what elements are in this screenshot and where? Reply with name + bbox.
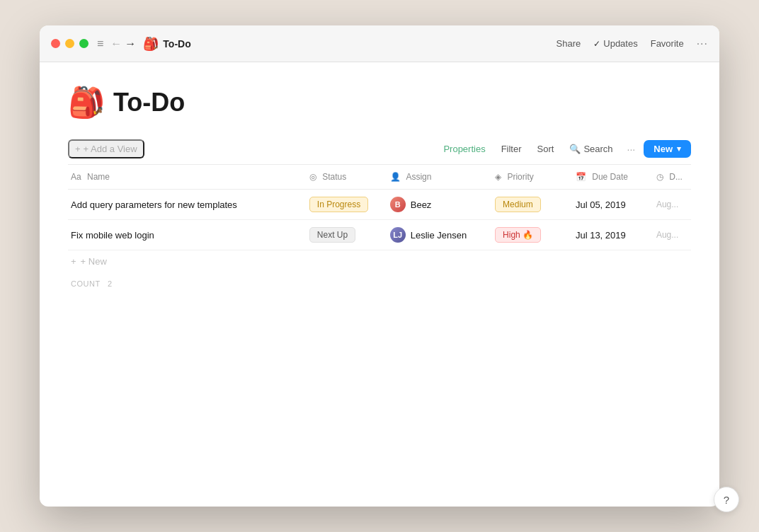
cell-due-date-1: Jul 05, 2019 [567,190,648,220]
row-count: COUNT 2 [68,272,691,288]
titlebar-actions: Share ✓ Updates Favorite ··· [557,37,708,50]
priority-badge-high: High 🔥 [495,227,541,243]
properties-button[interactable]: Properties [438,141,491,157]
cell-assign-1[interactable]: B Beez [382,190,486,220]
count-label: COUNT [71,279,100,288]
status-col-icon: ◎ [309,172,316,182]
search-label: Search [583,144,612,154]
col-name-label: Name [87,172,110,182]
name-col-icon: Aa [71,172,81,182]
avatar: B [390,197,406,212]
cell-d-2: Aug... [648,220,691,250]
count-value: 2 [108,279,113,288]
avatar: LJ [390,227,406,243]
filter-button[interactable]: Filter [496,141,527,157]
titlebar: ≡ ← → 🎒 To-Do Share ✓ Updates Favorite ·… [40,25,719,62]
status-badge-nextup: Next Up [309,227,355,243]
status-badge-inprogress: In Progress [309,197,368,212]
cell-due-date-2: Jul 13, 2019 [567,220,648,250]
col-priority[interactable]: ◈ Priority [486,165,567,190]
titlebar-title: To-Do [163,38,556,50]
share-button[interactable]: Share [557,38,581,49]
question-mark-icon: ? [724,494,729,506]
col-status-label: Status [322,172,346,182]
cell-name-1[interactable]: Add query parameters for new templates [68,190,301,220]
data-table: Aa Name ◎ Status 👤 Assign ◈ [68,165,691,288]
cell-assign-2[interactable]: LJ Leslie Jensen [382,220,486,250]
app-window: ≡ ← → 🎒 To-Do Share ✓ Updates Favorite ·… [40,25,719,507]
priority-col-icon: ◈ [495,172,501,182]
col-d-label: D... [669,172,683,182]
sort-button[interactable]: Sort [532,141,560,157]
priority-badge-medium: Medium [495,197,541,212]
minimize-button[interactable] [65,39,74,48]
plus-icon: + [75,144,81,154]
nav-arrows: ← → [110,37,136,50]
search-icon: 🔍 [569,144,581,154]
d-col-icon: ◷ [656,172,663,182]
fullscreen-button[interactable] [79,39,89,48]
col-priority-label: Priority [507,172,533,182]
assignee-name: Leslie Jensen [411,230,467,241]
sidebar-toggle-icon[interactable]: ≡ [97,37,103,50]
cell-priority-2[interactable]: High 🔥 [486,220,567,250]
cell-status-2[interactable]: Next Up [301,220,382,250]
table-header-row: Aa Name ◎ Status 👤 Assign ◈ [68,165,691,190]
cell-status-1[interactable]: In Progress [301,190,382,220]
add-row-button[interactable]: + + New [68,250,691,272]
updates-label: Updates [603,38,637,49]
plus-icon: + [71,256,76,267]
page-emoji: 🎒 [68,85,105,120]
col-name[interactable]: Aa Name [68,165,301,190]
back-arrow-icon[interactable]: ← [110,37,122,50]
col-assign-label: Assign [406,172,431,182]
toolbar-right: Properties Filter Sort 🔍 Search ··· New … [438,140,691,158]
updates-button[interactable]: ✓ Updates [593,38,637,49]
col-due-date[interactable]: 📅 Due Date [567,165,648,190]
forward-arrow-icon[interactable]: → [125,37,136,50]
page-icon-small: 🎒 [143,36,159,52]
add-view-label: + Add a View [84,144,137,154]
cell-name-2[interactable]: Fix mobile web login [68,220,301,250]
cell-d-1: Aug... [648,190,691,220]
main-content: 🎒 To-Do + + Add a View Properties Filter… [40,62,719,507]
toolbar: + + Add a View Properties Filter Sort 🔍 … [68,139,691,165]
chevron-down-icon: ▾ [677,144,681,154]
col-status[interactable]: ◎ Status [301,165,382,190]
table-row[interactable]: Fix mobile web login Next Up LJ Leslie J… [68,220,691,250]
page-header: 🎒 To-Do [68,85,691,120]
cell-priority-1[interactable]: Medium [486,190,567,220]
page-title: To-Do [113,88,185,117]
col-assign[interactable]: 👤 Assign [382,165,486,190]
search-button[interactable]: 🔍 Search [564,141,618,157]
col-d[interactable]: ◷ D... [648,165,691,190]
add-view-button[interactable]: + + Add a View [68,139,144,158]
new-row-label: + New [81,256,107,267]
assignee-name: Beez [411,200,432,210]
traffic-lights [51,39,89,48]
new-button[interactable]: New ▾ [644,140,691,158]
assignee-cell: LJ Leslie Jensen [390,227,478,243]
toolbar-more-button[interactable]: ··· [623,141,640,158]
table-row[interactable]: Add query parameters for new templates I… [68,190,691,220]
check-icon: ✓ [593,39,600,49]
assignee-cell: B Beez [390,197,478,212]
help-button[interactable]: ? [714,487,739,512]
favorite-button[interactable]: Favorite [651,38,684,49]
more-options-button[interactable]: ··· [697,37,708,50]
close-button[interactable] [51,39,60,48]
new-label: New [654,144,673,154]
assign-col-icon: 👤 [390,172,401,182]
due-date-col-icon: 📅 [576,172,586,182]
col-due-date-label: Due Date [592,172,628,182]
